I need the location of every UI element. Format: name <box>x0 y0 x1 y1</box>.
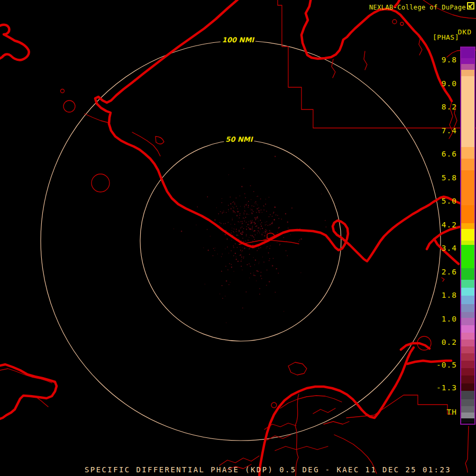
colorbar-tick-label: 7.4 <box>418 125 457 136</box>
colorbar-tick-label: 6.6 <box>418 149 457 159</box>
colorbar-segment <box>461 399 474 406</box>
colorbar-segment <box>461 413 474 418</box>
colorbar-segment <box>461 70 474 76</box>
colorbar-segment <box>461 361 474 368</box>
colorbar-tick-label: 9.8 <box>418 54 457 65</box>
colorbar-segment <box>461 241 474 245</box>
colorbar-segment <box>461 353 474 361</box>
colorbar-segment <box>461 368 474 376</box>
colorbar-tick-label: 3.4 <box>418 243 457 253</box>
colorbar-segment <box>461 223 474 229</box>
colorbar-segment <box>461 288 474 296</box>
colorbar-tick-label: 5.8 <box>418 172 457 183</box>
colorbar-tick-label: 1.0 <box>418 314 457 324</box>
colorbar-tick-label: 2.6 <box>418 267 457 277</box>
colorbar-segment <box>461 280 474 288</box>
map-outlines-thick <box>0 0 460 476</box>
colorbar-segment <box>461 325 474 333</box>
colorbar-tick-label: 8.2 <box>418 102 457 112</box>
colorbar-segment <box>461 391 474 399</box>
colorbar-segment <box>461 170 474 205</box>
range-ring-label-100nmi: 100 NMI <box>221 36 255 44</box>
colorbar-segment <box>461 205 474 223</box>
colorbar-segment <box>461 64 474 70</box>
colorbar-segment <box>461 58 474 64</box>
range-ring-50nmi <box>140 140 341 341</box>
product-code-label: DKD <box>458 28 472 36</box>
colorbar-segment <box>461 346 474 353</box>
status-bar: SPECIFIC DIFFERENTIAL PHASE (KDP) 0.5 DE… <box>85 465 451 474</box>
colorbar-tick-label: 1.8 <box>418 290 457 300</box>
map-outlines-thin <box>0 0 476 476</box>
popout-icon <box>467 2 474 10</box>
colorbar-tick-label: -1.3 <box>418 382 457 393</box>
colorbar-segment <box>461 48 474 58</box>
colorbar-tick-label: TH <box>418 407 457 417</box>
radar-echoes <box>173 156 326 323</box>
colorbar-segment <box>461 296 474 304</box>
colorbar-segment <box>461 318 474 325</box>
range-ring-label-50nmi: 50 NMI <box>224 135 254 143</box>
colorbar-segment <box>461 406 474 413</box>
colorbar <box>460 47 475 425</box>
radar-map-canvas <box>0 0 476 476</box>
colorbar-tick-label: 4.2 <box>418 219 457 230</box>
colorbar-segment <box>461 383 474 391</box>
colorbar-tick-label: 0.2 <box>418 337 457 347</box>
colorbar-segment <box>461 229 474 241</box>
colorbar-segment <box>461 76 474 147</box>
colorbar-tick-label: 9.0 <box>418 78 457 89</box>
colorbar-segment <box>461 245 474 268</box>
colorbar-tick-label: -0.5 <box>418 360 457 370</box>
colorbar-segment <box>461 147 474 159</box>
colorbar-segment <box>461 333 474 340</box>
colorbar-segment <box>461 312 474 318</box>
colorbar-tick-label: 5.0 <box>418 196 457 206</box>
radar-display: 100 NMI 50 NMI NEXLAB-College of DuPage … <box>0 0 476 476</box>
product-phase-label: [PHAS] <box>433 33 459 41</box>
colorbar-segment <box>461 159 474 170</box>
colorbar-segment <box>461 304 474 312</box>
colorbar-segment <box>461 376 474 383</box>
colorbar-segment <box>461 268 474 280</box>
colorbar-segment <box>461 418 474 423</box>
brand-title: NEXLAB-College of DuPage <box>369 4 466 11</box>
colorbar-segment <box>461 340 474 346</box>
